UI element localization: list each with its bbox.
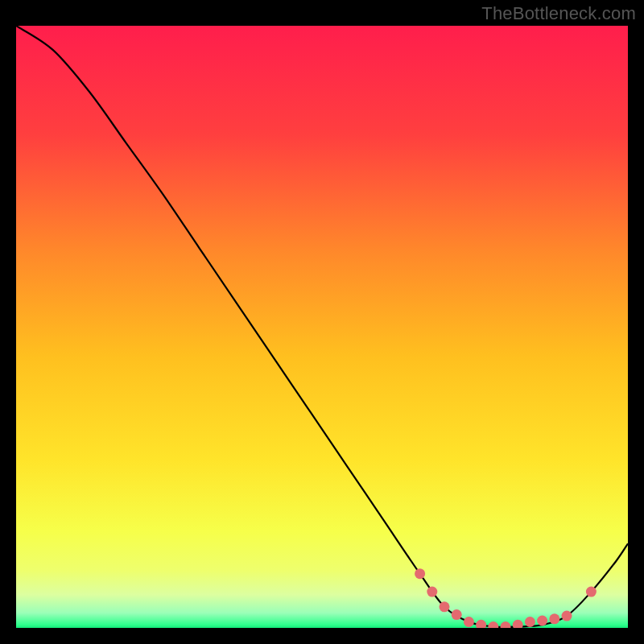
chart-svg xyxy=(16,26,628,628)
trough-marker-dot xyxy=(549,613,559,624)
trough-marker-dot xyxy=(415,568,425,579)
plot-area xyxy=(16,26,628,628)
chart-stage: TheBottleneck.com xyxy=(0,0,644,644)
trough-marker-dot xyxy=(440,601,450,612)
trough-marker-dot xyxy=(525,617,535,627)
trough-marker-dot xyxy=(586,587,597,597)
trough-marker-dot xyxy=(452,609,462,620)
trough-marker-dot xyxy=(427,587,437,597)
trough-marker-dot xyxy=(537,616,547,626)
trough-marker-dot xyxy=(562,611,572,621)
watermark-text: TheBottleneck.com xyxy=(481,3,636,24)
trough-marker-dot xyxy=(464,617,474,627)
